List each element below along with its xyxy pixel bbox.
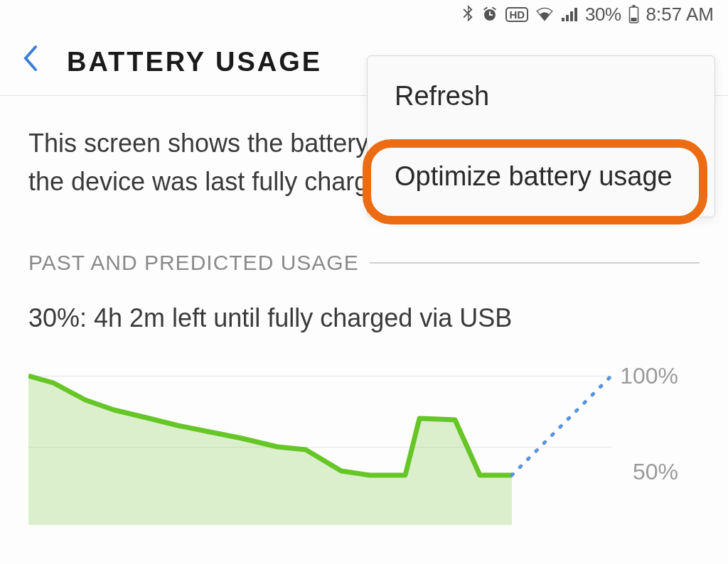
- svg-rect-5: [562, 18, 564, 21]
- battery-percent-text: 30%: [585, 4, 621, 26]
- battery-icon: [628, 5, 639, 23]
- y-tick-100: 100%: [620, 363, 678, 389]
- battery-chart[interactable]: 100% 50%: [28, 369, 700, 525]
- menu-item-refresh[interactable]: Refresh: [368, 56, 714, 136]
- svg-rect-2: [489, 14, 493, 16]
- hd-icon: HD: [505, 7, 528, 22]
- y-tick-50: 50%: [633, 459, 678, 485]
- wifi-icon: [535, 6, 554, 22]
- charge-status-text: 30%: 4h 2m left until fully charged via …: [28, 303, 700, 333]
- highlight-box: [363, 139, 707, 224]
- bluetooth-icon: [461, 5, 474, 23]
- page-title: BATTERY USAGE: [67, 47, 322, 77]
- svg-rect-4: [492, 6, 496, 10]
- svg-rect-7: [570, 11, 573, 21]
- svg-rect-8: [574, 8, 577, 21]
- status-bar: HD 30% 8:57 AM: [0, 0, 728, 28]
- back-icon[interactable]: [21, 44, 38, 80]
- alarm-icon: [481, 6, 498, 23]
- section-divider: [370, 262, 700, 264]
- past-area: [28, 376, 512, 525]
- predicted-line: [512, 376, 611, 475]
- section-title: PAST AND PREDICTED USAGE: [28, 251, 359, 275]
- signal-icon: [561, 6, 578, 22]
- section-header: PAST AND PREDICTED USAGE: [28, 251, 700, 275]
- clock-text: 8:57 AM: [646, 4, 714, 26]
- chart-svg: [28, 369, 611, 525]
- svg-rect-11: [631, 18, 636, 21]
- svg-rect-10: [632, 5, 635, 7]
- svg-rect-3: [483, 6, 488, 10]
- svg-rect-6: [566, 15, 569, 21]
